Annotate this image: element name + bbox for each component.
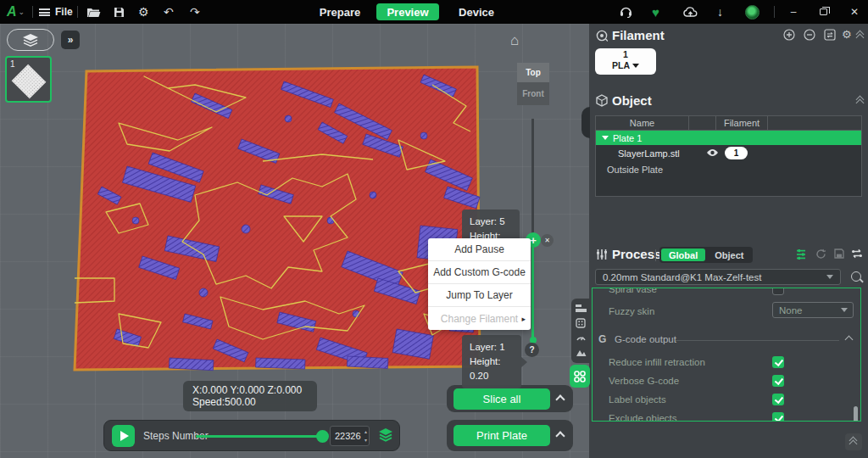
viewport-3d[interactable]: » 1 ⌂ Top Front + ✕ ? Layer: 5 Height: 1… (0, 24, 589, 458)
spin-up-icon: ▴ (364, 427, 367, 436)
slice-all-group: Slice all (447, 385, 573, 412)
steps-slider-thumb[interactable] (316, 430, 329, 443)
tooltip-arrow (520, 356, 527, 368)
filament-slot-number: 1 (595, 48, 656, 60)
process-compare-button[interactable] (851, 248, 863, 260)
process-params-button[interactable] (795, 249, 807, 260)
redo-button[interactable]: ↷ (190, 0, 200, 24)
layer-mode-button[interactable] (377, 427, 394, 443)
expand-panel-button[interactable]: » (61, 31, 80, 49)
viewcube-top-face[interactable]: Top (517, 63, 549, 82)
remove-filament-button[interactable] (804, 29, 815, 41)
headset-icon (620, 6, 632, 18)
layer-slider-track[interactable] (531, 119, 534, 240)
spiral-vase-checkbox[interactable] (772, 288, 784, 295)
label-objects-checkbox[interactable] (772, 394, 784, 405)
maximize-icon (820, 8, 827, 15)
add-filament-button[interactable] (783, 29, 795, 41)
search-preset-button[interactable] (850, 271, 864, 284)
steps-value: 22326 (335, 431, 361, 441)
steps-value-input[interactable]: 22326 ▴ ▾ (330, 426, 370, 446)
object-table-header: Name Filament (596, 116, 861, 131)
process-save-button[interactable] (834, 249, 844, 259)
cloud-upload-button[interactable] (683, 0, 698, 24)
setting-label: Fuzzy skin (609, 306, 654, 316)
tab-device[interactable]: Device (451, 3, 502, 20)
plate-thumbnail[interactable]: 1 (5, 56, 52, 103)
file-menu[interactable]: File (39, 0, 73, 24)
help-button[interactable]: ? (525, 343, 539, 357)
preset-dropdown[interactable]: 0.20mm Standard@K1 Max-Zelf-test (595, 269, 841, 285)
folder-open-icon (86, 7, 101, 18)
process-reset-button[interactable] (815, 249, 826, 260)
speed-view-icon[interactable] (576, 332, 587, 343)
layer-slider-close-button[interactable]: ✕ (541, 234, 554, 247)
exclude-objects-checkbox[interactable] (772, 412, 784, 422)
menu-item-jump-to-layer[interactable]: Jump To Layer (428, 284, 531, 307)
menu-item-add-custom-gcode[interactable]: Add Custom G-code (428, 261, 531, 284)
setting-label: Verbose G-code (609, 376, 679, 386)
infill-view-icon[interactable] (576, 318, 586, 328)
gcode-output-section[interactable]: G G-code output (593, 332, 860, 349)
undo-button[interactable]: ↶ (164, 0, 174, 24)
line-type-icon[interactable] (576, 304, 587, 313)
viewcube-front-face[interactable]: Front (517, 82, 549, 105)
scrollbar-thumb[interactable] (854, 406, 858, 422)
outside-plate-row[interactable]: Outside Plate (596, 161, 861, 177)
favorites-button[interactable]: ♥ (652, 0, 659, 24)
tab-preview[interactable]: Preview (376, 3, 439, 20)
filament-collapse-button[interactable] (857, 31, 864, 38)
object-row[interactable]: SlayerLamp.stl 1 (596, 145, 861, 161)
print-options-chevron-icon[interactable] (555, 431, 565, 440)
layer-grid-view-button-active[interactable] (570, 365, 590, 388)
object-collapse-button[interactable] (857, 97, 864, 103)
verbose-gcode-checkbox[interactable] (772, 375, 784, 387)
settings-scroll-area[interactable]: Spiral vase Fuzzy skin None G G-code out… (592, 288, 861, 422)
support-button[interactable] (620, 0, 632, 24)
plus-icon: + (530, 234, 537, 247)
menu-item-add-pause[interactable]: Add Pause (428, 238, 531, 261)
setting-row-spiral-vase: Spiral vase (593, 288, 860, 300)
maximize-button[interactable] (811, 0, 835, 24)
download-button[interactable]: ↓ (717, 0, 723, 24)
spinner-arrows[interactable]: ▴ ▾ (364, 427, 367, 444)
visibility-eye-icon[interactable] (706, 148, 719, 157)
close-button[interactable]: ✕ (843, 0, 866, 24)
layer-slider-range[interactable] (531, 240, 534, 341)
minimize-button[interactable]: – (782, 0, 805, 24)
plate-row[interactable]: Plate 1 (596, 131, 861, 145)
open-file-button[interactable] (86, 0, 101, 24)
settings-button[interactable]: ⚙ (138, 0, 149, 24)
process-header: Process (596, 247, 661, 261)
submenu-arrow-icon: ▸ (521, 315, 526, 323)
app-logo[interactable]: A ⌄ (7, 0, 25, 24)
plate-list-toggle-button[interactable] (7, 29, 54, 51)
divider (77, 6, 78, 18)
reduce-infill-retraction-checkbox[interactable] (772, 356, 784, 368)
home-view-icon[interactable]: ⌂ (510, 32, 519, 49)
filament-settings-button[interactable]: ⚙ (842, 28, 852, 41)
save-button[interactable] (114, 0, 125, 24)
filament-slot-card[interactable]: 1 PLA (595, 48, 656, 75)
fuzzy-skin-select[interactable]: None (772, 302, 854, 318)
user-account-button[interactable] (745, 0, 760, 24)
tab-object[interactable]: Object (707, 249, 751, 261)
support-view-icon[interactable] (576, 348, 587, 357)
tab-global[interactable]: Global (661, 249, 705, 261)
section-collapse-icon[interactable] (845, 336, 854, 344)
lower-height-text: Height: 0.20 (470, 355, 514, 383)
panel-collapse-button[interactable] (845, 433, 862, 450)
print-plate-button[interactable]: Print Plate (453, 425, 550, 446)
filament-sync-button[interactable] (824, 29, 836, 41)
filament-badge[interactable]: 1 (725, 147, 748, 159)
play-icon (120, 431, 129, 441)
slice-all-button[interactable]: Slice all (453, 388, 550, 410)
slice-options-chevron-icon[interactable] (555, 394, 565, 404)
column-filament: Filament (716, 116, 768, 130)
divider (655, 249, 656, 261)
panel-collapse-handle[interactable] (581, 107, 590, 138)
tab-prepare[interactable]: Prepare (314, 3, 366, 20)
steps-slider[interactable] (196, 435, 323, 438)
play-button[interactable] (112, 425, 135, 447)
gcode-icon: G (598, 333, 606, 345)
